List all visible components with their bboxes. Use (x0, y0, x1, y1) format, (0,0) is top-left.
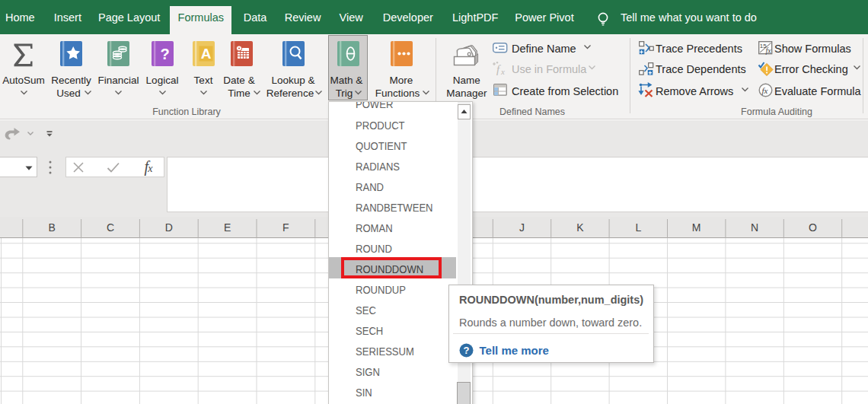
svg-text:x: x (500, 67, 505, 76)
svg-text:?: ? (160, 46, 169, 62)
svg-text:?: ? (463, 345, 469, 356)
svg-text:fx: fx (762, 86, 768, 95)
svg-text:A: A (200, 46, 211, 62)
svg-text:fx: fx (766, 46, 772, 55)
